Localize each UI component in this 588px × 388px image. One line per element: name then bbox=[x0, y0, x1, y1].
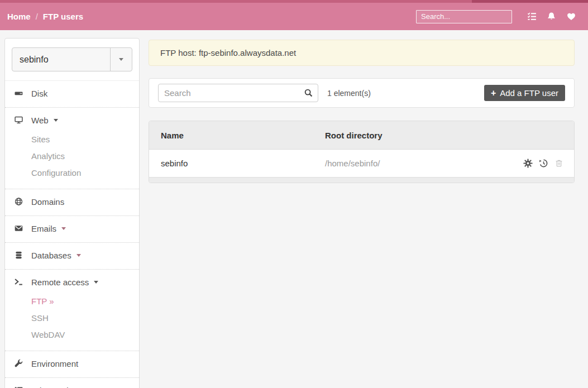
navbar-search-input[interactable] bbox=[416, 10, 512, 23]
sidebar-menu: Disk Web Sites Analytics Configuration D… bbox=[5, 80, 139, 388]
heart-icon[interactable] bbox=[561, 12, 581, 21]
sidebar-item-label: Remote access bbox=[31, 277, 89, 287]
sidebar: sebinfo Disk Web Sites Analytics Configu… bbox=[4, 38, 140, 388]
bell-icon[interactable] bbox=[542, 12, 561, 21]
ftp-user-name: sebinfo bbox=[149, 159, 325, 168]
envelope-icon bbox=[14, 224, 23, 233]
top-strip bbox=[0, 0, 588, 3]
row-actions bbox=[517, 159, 574, 168]
chevron-down-icon bbox=[110, 48, 132, 71]
column-header-name: Name bbox=[149, 131, 325, 140]
navbar-right bbox=[416, 10, 581, 23]
history-icon[interactable] bbox=[539, 159, 548, 168]
plus-icon: + bbox=[491, 89, 496, 98]
sidebar-item-ftp[interactable]: FTP » bbox=[5, 293, 139, 309]
sidebar-item-disk[interactable]: Disk bbox=[5, 83, 139, 104]
add-ftp-user-button[interactable]: + Add a FTP user bbox=[484, 85, 565, 101]
top-navbar: Home / FTP users bbox=[0, 0, 588, 30]
divider bbox=[5, 189, 139, 189]
sidebar-item-sites[interactable]: Sites bbox=[5, 131, 139, 147]
sidebar-item-remote-access[interactable]: Remote access bbox=[5, 271, 139, 293]
divider bbox=[5, 107, 139, 108]
sidebar-item-analytics[interactable]: Analytics bbox=[5, 147, 139, 164]
globe-icon bbox=[14, 197, 23, 206]
wrench-icon bbox=[14, 359, 23, 368]
divider bbox=[5, 269, 139, 270]
table-row: sebinfo /home/sebinfo/ bbox=[149, 150, 574, 177]
sidebar-item-label: Advanced bbox=[31, 386, 69, 388]
sidebar-item-configuration[interactable]: Configuration bbox=[5, 164, 139, 181]
toolbar-panel: 1 element(s) + Add a FTP user bbox=[149, 78, 575, 108]
chevron-down-icon bbox=[61, 227, 66, 230]
account-select-value: sebinfo bbox=[12, 48, 110, 71]
column-header-root-directory: Root directory bbox=[325, 131, 574, 140]
sidebar-item-web[interactable]: Web bbox=[5, 109, 139, 131]
ftp-host-banner: FTP host: ftp-sebinfo.alwaysdata.net bbox=[149, 40, 575, 66]
sidebar-item-label: Disk bbox=[31, 89, 47, 98]
sidebar-item-emails[interactable]: Emails bbox=[5, 218, 139, 239]
chevron-down-icon bbox=[94, 281, 98, 284]
sidebar-item-domains[interactable]: Domains bbox=[5, 191, 139, 212]
table-header: Name Root directory bbox=[149, 121, 574, 150]
display-icon bbox=[14, 116, 23, 124]
hdd-icon bbox=[14, 89, 23, 98]
sidebar-item-webdav[interactable]: WebDAV bbox=[5, 326, 139, 343]
sidebar-item-ssh[interactable]: SSH bbox=[5, 309, 139, 326]
settings-icon[interactable] bbox=[523, 159, 533, 168]
divider bbox=[5, 377, 139, 378]
main-content: FTP host: ftp-sebinfo.alwaysdata.net 1 e… bbox=[149, 40, 575, 183]
account-area: sebinfo bbox=[5, 39, 139, 80]
top-strip-dark bbox=[472, 0, 588, 3]
database-icon bbox=[14, 251, 23, 260]
account-select[interactable]: sebinfo bbox=[12, 47, 132, 71]
ftp-host-text: FTP host: ftp-sebinfo.alwaysdata.net bbox=[160, 48, 296, 58]
chevron-down-icon bbox=[54, 119, 58, 122]
sidebar-item-environment[interactable]: Environment bbox=[5, 353, 139, 374]
table-footer bbox=[149, 177, 574, 183]
chevron-down-icon bbox=[77, 254, 81, 257]
element-count: 1 element(s) bbox=[327, 89, 371, 98]
sidebar-item-databases[interactable]: Databases bbox=[5, 245, 139, 266]
divider bbox=[5, 242, 139, 243]
add-ftp-user-label: Add a FTP user bbox=[500, 88, 558, 98]
search-icon bbox=[304, 88, 313, 100]
sidebar-item-label: Databases bbox=[31, 251, 71, 260]
sidebar-item-label: Domains bbox=[31, 197, 64, 207]
ftp-user-root-directory: /home/sebinfo/ bbox=[325, 159, 517, 168]
sidebar-item-label: Emails bbox=[31, 224, 56, 233]
breadcrumb-current: FTP users bbox=[43, 12, 83, 21]
sidebar-item-label: Environment bbox=[31, 359, 78, 368]
ftp-users-table: Name Root directory sebinfo /home/sebinf… bbox=[149, 121, 575, 183]
sidebar-item-label: Web bbox=[31, 116, 49, 125]
sidebar-item-advanced[interactable]: Advanced bbox=[5, 380, 139, 388]
terminal-icon bbox=[14, 277, 23, 286]
trash-icon[interactable] bbox=[554, 159, 563, 168]
list-icon bbox=[14, 386, 23, 388]
tasks-icon[interactable] bbox=[522, 12, 542, 21]
breadcrumb-home-link[interactable]: Home bbox=[7, 12, 31, 21]
breadcrumb-separator: / bbox=[36, 12, 38, 21]
breadcrumb: Home / FTP users bbox=[7, 12, 83, 21]
divider bbox=[5, 215, 139, 216]
divider bbox=[5, 351, 139, 351]
table-search-input[interactable] bbox=[158, 84, 318, 102]
